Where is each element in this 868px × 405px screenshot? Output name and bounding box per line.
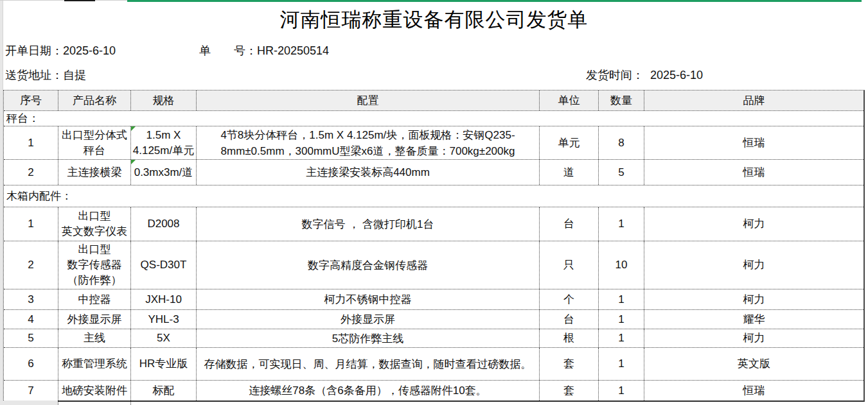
cell-config[interactable]: 柯力不锈钢中控器 — [197, 289, 540, 309]
cell-config[interactable]: 5芯防作弊主线 — [197, 329, 540, 347]
cell-config[interactable]: 数字信号 ， 含微打印机1台 — [197, 207, 540, 241]
cell-qty[interactable]: 1 — [599, 310, 644, 329]
cell-config[interactable]: 存储数据，可实现日、周、月结算，数据查询，随时查看过磅数据。 — [197, 348, 540, 380]
cell-spec[interactable]: 标配 — [131, 381, 197, 401]
cell-config[interactable]: 连接螺丝78条（含6条备用），传感器附件10套。 — [197, 381, 540, 401]
section-row-crate-accessories[interactable]: 木箱内配件： — [4, 185, 864, 207]
below-table-gridline — [130, 400, 131, 405]
cell-spec[interactable]: 5X — [131, 329, 197, 347]
table-row: 1 出口型 英文数字仪表 D2008 数字信号 ， 含微打印机1台 台 1 柯力 — [4, 207, 864, 241]
table-row: 5 主线 5X 5芯防作弊主线 根 1 柯力 — [4, 329, 864, 348]
top-gray-line — [0, 0, 127, 1]
header-cell-unit[interactable]: 单位 — [540, 90, 599, 110]
delivery-address-line: 送货地址：自提 — [5, 67, 86, 83]
cell-unit[interactable]: 单元 — [540, 126, 599, 159]
cell-unit[interactable]: 套 — [540, 348, 599, 380]
cell-product[interactable]: 主线 — [58, 329, 131, 347]
cell-product[interactable]: 地磅安装附件 — [58, 381, 131, 401]
cell-spec[interactable]: HR专业版 — [131, 348, 197, 380]
cell-product[interactable]: 出口型分体式 秤台 — [58, 126, 131, 159]
cell-qty[interactable]: 10 — [599, 241, 644, 289]
cell-config[interactable]: 4节8块分体秤台，1.5m X 4.125m/块，面板规格：安钢Q235-8mm… — [197, 126, 540, 159]
cell-no[interactable]: 5 — [4, 329, 58, 347]
header-cell-product[interactable]: 产品名称 — [58, 90, 131, 110]
cell-qty[interactable]: 1 — [599, 348, 644, 380]
delivery-address-value[interactable]: 自提 — [63, 69, 86, 82]
cell-spec[interactable]: QS-D30T — [131, 241, 197, 289]
cell-no[interactable]: 6 — [4, 348, 58, 380]
table-row: 1 出口型分体式 秤台 1.5m X 4.125m/单元 4节8块分体秤台，1.… — [4, 126, 864, 160]
cell-unit[interactable]: 个 — [540, 289, 599, 309]
cell-unit[interactable]: 套 — [540, 381, 599, 401]
cell-no[interactable]: 2 — [4, 241, 58, 289]
cell-brand[interactable]: 柯力 — [644, 207, 864, 241]
cell-qty[interactable]: 8 — [599, 126, 644, 159]
header-cell-brand[interactable]: 品牌 — [644, 90, 864, 110]
spreadsheet-page: 河南恒瑞称重设备有限公司发货单 开单日期：2025-6-10 单 号：HR-20… — [0, 0, 868, 405]
cell-no[interactable]: 1 — [4, 207, 58, 241]
cell-unit[interactable]: 台 — [540, 310, 599, 329]
cell-brand[interactable]: 恒瑞 — [644, 160, 864, 185]
page-title: 河南恒瑞称重设备有限公司发货单 — [3, 4, 865, 36]
cell-no[interactable]: 1 — [4, 126, 58, 159]
cell-brand[interactable]: 恒瑞 — [644, 126, 864, 159]
cell-no[interactable]: 7 — [4, 381, 58, 401]
cell-no[interactable]: 4 — [4, 310, 58, 329]
cell-product[interactable]: 中控器 — [58, 289, 131, 309]
delivery-table: 序号 产品名称 规格 配置 单位 数量 品牌 秤台： 1 出口型分体式 秤台 1… — [3, 90, 865, 402]
section-row-scale-platform[interactable]: 秤台： — [4, 111, 864, 126]
order-date-line: 开单日期：2025-6-10 — [5, 42, 116, 59]
cell-brand[interactable]: 柯力 — [644, 241, 864, 289]
cell-product[interactable]: 出口型 英文数字仪表 — [58, 207, 131, 241]
cell-unit[interactable]: 只 — [540, 241, 599, 289]
order-no-value[interactable]: HR-20250514 — [257, 44, 329, 57]
header-cell-no[interactable]: 序号 — [4, 90, 58, 110]
cell-no[interactable]: 2 — [4, 160, 58, 185]
cell-config[interactable]: 数字高精度合金钢传感器 — [197, 241, 540, 289]
cell-spec-text: 1.5m X 4.125m/单元 — [133, 128, 194, 159]
cell-spec[interactable]: YHL-3 — [131, 310, 197, 329]
cell-brand[interactable]: 英文版 — [644, 348, 864, 380]
cell-product[interactable]: 主连接横梁 — [58, 160, 131, 185]
table-row: 4 外接显示屏 YHL-3 外接显示屏 台 1 耀华 — [4, 310, 864, 329]
cell-config[interactable]: 外接显示屏 — [197, 310, 540, 329]
cell-no[interactable]: 3 — [4, 289, 58, 309]
cell-spec[interactable]: 1.5m X 4.125m/单元 — [131, 126, 197, 159]
header-cell-qty[interactable]: 数量 — [599, 90, 644, 110]
order-no-label: 单 号： — [199, 44, 257, 57]
cell-qty[interactable]: 1 — [599, 329, 644, 347]
cell-spec[interactable]: 0.3mx3m/道 — [131, 160, 197, 185]
cell-brand[interactable]: 耀华 — [644, 310, 864, 329]
cell-brand[interactable]: 恒瑞 — [644, 381, 864, 401]
cell-product[interactable]: 称重管理系统 — [58, 348, 131, 380]
cell-product[interactable]: 外接显示屏 — [58, 310, 131, 329]
cell-qty[interactable]: 1 — [599, 289, 644, 309]
cell-unit[interactable]: 根 — [540, 329, 599, 347]
cell-brand[interactable]: 柯力 — [644, 289, 864, 309]
section-label: 木箱内配件： — [6, 189, 72, 203]
header-cell-spec[interactable]: 规格 — [131, 90, 197, 110]
delivery-address-label: 送货地址： — [5, 69, 63, 82]
ship-time-label: 发货时间： — [586, 69, 644, 82]
cell-qty[interactable]: 1 — [599, 207, 644, 241]
cell-spec[interactable]: D2008 — [131, 207, 197, 241]
cell-qty[interactable]: 1 — [599, 381, 644, 401]
ship-time-line: 发货时间：2025-6-10 — [586, 67, 703, 83]
table-row: 3 中控器 JXH-10 柯力不锈钢中控器 个 1 柯力 — [4, 289, 864, 310]
table-row: 6 称重管理系统 HR专业版 存储数据，可实现日、周、月结算，数据查询，随时查看… — [4, 348, 864, 381]
header-cell-config[interactable]: 配置 — [197, 90, 540, 110]
order-date-value[interactable]: 2025-6-10 — [63, 44, 116, 57]
cell-qty[interactable]: 5 — [599, 160, 644, 185]
table-row: 2 出口型 数字传感器 （防作弊） QS-D30T 数字高精度合金钢传感器 只 … — [4, 241, 864, 289]
cell-product[interactable]: 出口型 数字传感器 （防作弊） — [58, 241, 131, 289]
section-label: 秤台： — [6, 111, 39, 126]
ship-time-value[interactable]: 2025-6-10 — [650, 69, 703, 82]
cell-config[interactable]: 主连接梁安装标高440mm — [197, 160, 540, 185]
cell-spec[interactable]: JXH-10 — [131, 289, 197, 309]
cell-brand[interactable]: 柯力 — [644, 329, 864, 347]
cell-unit[interactable]: 台 — [540, 207, 599, 241]
table-header-row: 序号 产品名称 规格 配置 单位 数量 品牌 — [4, 90, 864, 111]
table-row: 7 地磅安装附件 标配 连接螺丝78条（含6条备用），传感器附件10套。 套 1… — [4, 381, 864, 401]
cell-unit[interactable]: 道 — [540, 160, 599, 185]
below-table-gridline — [58, 400, 58, 405]
